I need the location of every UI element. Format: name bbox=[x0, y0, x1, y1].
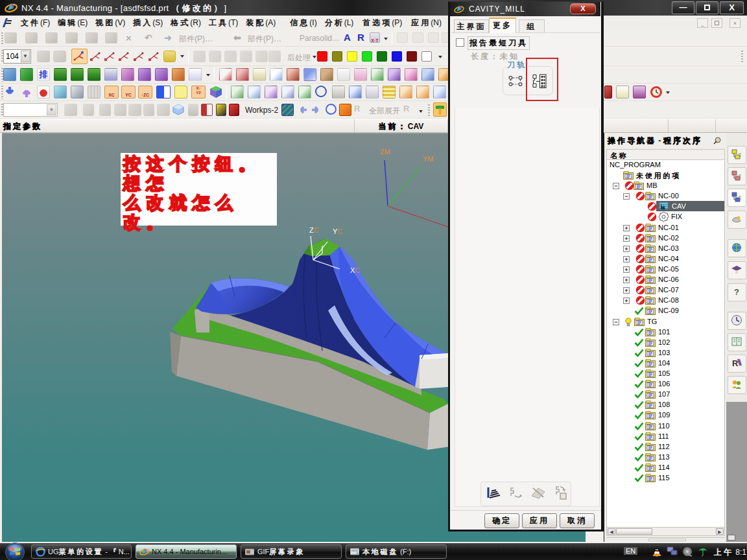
svg-text:ZM: ZM bbox=[380, 148, 390, 156]
svg-text:ZC: ZC bbox=[309, 226, 319, 234]
svg-text:XC: XC bbox=[350, 266, 360, 274]
svg-text:YC: YC bbox=[333, 228, 342, 235]
svg-text:?: ? bbox=[734, 287, 739, 297]
svg-text:YM: YM bbox=[423, 155, 434, 163]
